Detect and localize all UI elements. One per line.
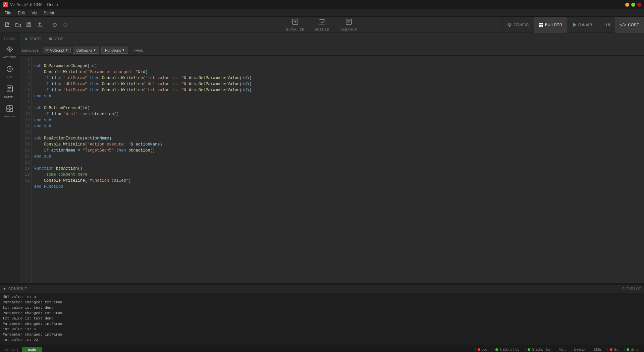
go-label: Go (614, 348, 618, 351)
scenes-icon (318, 18, 326, 27)
titlebar: A Viz Arc [v1.5.1046] - Demo (0, 0, 644, 9)
status-tracking-hub: Tracking Hub (493, 348, 521, 351)
callbacks-dropdown-icon: ▾ (94, 48, 96, 52)
console-line: int value is: 23 (3, 337, 641, 343)
code-content[interactable]: sub OnParameterChanged(id) Console.Write… (32, 56, 644, 283)
console-header: ▼ CONSOLE CLEAR LOG (0, 285, 644, 293)
menu-script[interactable]: Script (40, 10, 57, 16)
initialize-icon (291, 18, 299, 27)
vbscript-prefix: fx (46, 48, 49, 52)
status-go: Go (607, 348, 620, 351)
cleanup-button[interactable]: CLEANUP (335, 17, 362, 33)
redo-button[interactable] (61, 21, 70, 29)
callbacks-label: Callbacks (76, 48, 93, 52)
toolbar: INITIALIZE SCENES CLEANUP (0, 17, 644, 33)
main-layout: Tools ACTIONS SET (0, 33, 644, 283)
code-icon: </> (620, 22, 626, 27)
mse-label: MSE (594, 348, 601, 351)
script-status-label: Script (631, 348, 639, 351)
maximize-button[interactable] (631, 3, 635, 7)
start-label: START (30, 37, 41, 41)
go-dot (610, 348, 612, 351)
help-button[interactable]: ?Help (130, 47, 147, 53)
start-button[interactable]: START (22, 36, 44, 42)
status-viz: Vizrt (557, 348, 568, 351)
status-director: Director (572, 348, 588, 351)
center-nav: INITIALIZE SCENES CLEANUP (282, 17, 362, 33)
right-nav: CONFIG BUILDER ON-AIR □ UI </> CODE (502, 17, 644, 33)
initialize-button[interactable]: INITIALIZE (282, 17, 309, 33)
open-button[interactable] (13, 21, 23, 29)
svg-marker-22 (25, 38, 28, 40)
console-chevron: ▼ (3, 287, 6, 291)
toolbar-left (3, 21, 70, 29)
menu-file[interactable]: File (1, 10, 14, 16)
close-button[interactable] (637, 3, 641, 7)
ui-icon: □ (602, 22, 605, 27)
console-line: Parameter changed: intParam (3, 332, 641, 337)
code-button[interactable]: </> CODE (615, 17, 644, 33)
callbacks-tab[interactable]: Callbacks ▾ (73, 47, 100, 54)
menu-viz[interactable]: Viz (28, 10, 40, 16)
stop-button[interactable]: STOP (47, 36, 66, 42)
save-button[interactable] (24, 21, 34, 29)
tracking-hub-label: Tracking Hub (499, 348, 519, 351)
console-content: dbl value is: 0 Parameter changed: txtPa… (0, 293, 644, 345)
ui-label: UI (606, 23, 610, 27)
on-air-label: ON-AIR (578, 23, 592, 27)
left-sidebar: Tools ACTIONS SET (0, 33, 19, 283)
console-line: Parameter changed: txtParam (3, 310, 641, 316)
on-air-button[interactable]: ON-AIR (567, 17, 597, 33)
functions-tab[interactable]: Functions ▾ (101, 47, 128, 54)
scenes-button[interactable]: SCENES (309, 17, 335, 33)
help-label: ?Help (133, 48, 143, 52)
undo-button[interactable] (50, 21, 59, 29)
viz-label: Vizrt (559, 348, 566, 351)
toolbar-separator (47, 21, 47, 29)
app-title: Viz Arc [v1.5.1046] - Demo (10, 2, 625, 7)
svg-rect-7 (28, 25, 30, 26)
console-line: Parameter changed: intParam (3, 321, 641, 327)
code-editor[interactable]: 12345 678910 1112131415 1617181920 21 su… (19, 56, 644, 283)
svg-marker-16 (573, 23, 576, 26)
svg-rect-15 (541, 25, 543, 27)
status-graphic-hub: Graphic Hub (525, 348, 552, 351)
cleanup-label: CLEANUP (340, 28, 357, 31)
builder-button[interactable]: BUILDER (534, 17, 567, 33)
clear-log-button[interactable]: CLEAR LOG (622, 287, 641, 291)
svg-rect-6 (28, 23, 30, 24)
export-button[interactable] (35, 21, 44, 29)
actions-icon (6, 46, 13, 55)
design-label: DESIGN (4, 115, 15, 118)
svg-rect-9 (319, 20, 325, 24)
tools-label: Tools (4, 36, 15, 42)
new-button[interactable] (3, 21, 12, 29)
console-line: txt value is: text demo (3, 316, 641, 321)
tracking-hub-dot (495, 348, 498, 351)
sidebar-item-actions[interactable]: ACTIONS (1, 43, 18, 61)
stop-label: STOP (53, 37, 63, 41)
svg-rect-23 (49, 38, 52, 40)
builder-label: BUILDER (545, 23, 562, 27)
log-status-dot (478, 348, 480, 351)
graphic-hub-dot (528, 348, 530, 351)
script-run-toolbar: START STOP (19, 33, 644, 45)
sidebar-item-design[interactable]: DESIGN (1, 102, 18, 121)
config-label: CONFIG (514, 23, 529, 27)
language-select[interactable]: fx VBScript ▾ (43, 47, 71, 53)
sidebar-item-set[interactable]: SET (1, 63, 18, 81)
design-icon (6, 105, 13, 114)
console-panel: ▼ CONSOLE CLEAR LOG dbl value is: 0 Para… (0, 285, 644, 345)
scenes-label: SCENES (315, 28, 329, 31)
sidebar-item-script[interactable]: SCRIPT (1, 82, 18, 101)
console-line: txt value is: text demo (3, 305, 641, 310)
console-line: dbl value is: 0 (3, 294, 641, 300)
menu-edit[interactable]: Edit (14, 10, 28, 16)
language-dropdown-icon: ▾ (66, 48, 68, 52)
minimize-button[interactable] (625, 3, 629, 7)
set-label: SET (7, 75, 12, 78)
ui-button[interactable]: □ UI (597, 17, 615, 33)
window-controls (625, 3, 641, 7)
config-button[interactable]: CONFIG (502, 17, 534, 33)
code-label: CODE (628, 23, 639, 27)
